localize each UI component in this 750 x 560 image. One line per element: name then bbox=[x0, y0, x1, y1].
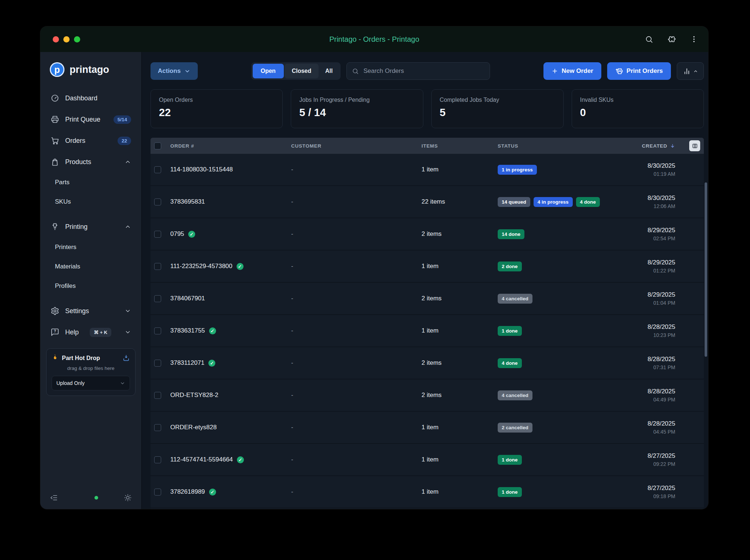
print-orders-button[interactable]: Print Orders bbox=[607, 62, 671, 80]
row-checkbox[interactable] bbox=[154, 392, 161, 399]
order-number: ORD-ETSY828-2 bbox=[170, 392, 218, 399]
row-checkbox[interactable] bbox=[154, 263, 161, 270]
table-row[interactable]: 3783695831 - 22 items 14 queued4 in prog… bbox=[151, 186, 704, 218]
row-checkbox[interactable] bbox=[154, 295, 161, 302]
search-orders-input[interactable] bbox=[363, 67, 484, 75]
sidebar-item-printing[interactable]: Printing bbox=[44, 216, 138, 237]
sidebar-item-dashboard[interactable]: Dashboard bbox=[44, 88, 138, 108]
sort-desc-icon bbox=[670, 143, 675, 149]
chevron-up-icon bbox=[125, 223, 131, 230]
created-date: 8/29/2025 bbox=[612, 291, 675, 298]
sidebar-item-profiles[interactable]: Profiles bbox=[44, 277, 138, 296]
sidebar-item-orders[interactable]: Orders 22 bbox=[44, 130, 138, 151]
new-order-label: New Order bbox=[562, 67, 593, 75]
status-badges: 1 done bbox=[495, 326, 612, 336]
column-header-order[interactable]: ORDER # bbox=[167, 143, 288, 149]
items-value: 1 item bbox=[419, 424, 495, 431]
row-checkbox[interactable] bbox=[154, 199, 161, 205]
sidebar-item-settings[interactable]: Settings bbox=[44, 301, 138, 321]
stat-card-completed-jobs: Completed Jobs Today 5 bbox=[431, 89, 564, 128]
hot-drop-slot-icon[interactable] bbox=[122, 354, 130, 362]
print-queue-icon bbox=[51, 115, 59, 124]
table-row[interactable]: ORD-ETSY828-2 - 2 items 4 cancelled 8/28… bbox=[151, 379, 704, 412]
created-time: 07:31 PM bbox=[612, 364, 675, 370]
table-row[interactable]: ORDER-etys828 - 1 item 2 cancelled 8/28/… bbox=[151, 412, 704, 444]
verified-icon: ✓ bbox=[237, 456, 244, 463]
verified-icon: ✓ bbox=[209, 489, 216, 496]
sidebar-item-skus[interactable]: SKUs bbox=[44, 192, 138, 211]
minimize-window-button[interactable] bbox=[63, 36, 70, 42]
new-order-button[interactable]: New Order bbox=[543, 62, 601, 80]
table-row[interactable]: 3782618989 ✓ - 1 item 1 done 8/27/2025 0… bbox=[151, 476, 704, 508]
stat-value: 5 bbox=[440, 107, 555, 119]
part-hot-drop-zone[interactable]: Part Hot Drop drag & drop files here Upl… bbox=[46, 348, 135, 396]
status-badges: 1 done bbox=[495, 487, 612, 497]
order-number: 0795 bbox=[170, 230, 184, 238]
created-time: 12:06 AM bbox=[612, 203, 675, 209]
hot-drop-mode-select[interactable]: Upload Only bbox=[52, 376, 130, 390]
columns-settings-button[interactable] bbox=[689, 140, 700, 151]
row-checkbox[interactable] bbox=[154, 166, 161, 173]
created-time: 02:54 PM bbox=[612, 236, 675, 241]
table-row[interactable]: 111-2232529-4573800 ✓ - 1 item 2 done 8/… bbox=[151, 251, 704, 283]
order-number: 3783112071 bbox=[170, 359, 204, 367]
sidebar-item-print-queue[interactable]: Print Queue 5/14 bbox=[44, 109, 138, 130]
theme-icon[interactable] bbox=[124, 494, 132, 502]
column-header-status[interactable]: STATUS bbox=[495, 143, 612, 149]
row-checkbox[interactable] bbox=[154, 489, 161, 496]
plus-icon bbox=[552, 68, 558, 74]
select-all-checkbox[interactable] bbox=[154, 142, 161, 149]
search-icon[interactable] bbox=[645, 35, 653, 44]
customer-value: - bbox=[288, 295, 419, 302]
order-number: 111-2232529-4573800 bbox=[170, 263, 233, 270]
window-menu-icon[interactable] bbox=[690, 35, 698, 43]
sidebar-item-materials[interactable]: Materials bbox=[44, 257, 138, 276]
brand-name: printago bbox=[70, 64, 109, 75]
row-checkbox[interactable] bbox=[154, 456, 161, 463]
chevron-down-icon bbox=[125, 329, 131, 335]
dashboard-icon bbox=[51, 94, 59, 103]
titlebar: Printago - Orders - Printago bbox=[40, 26, 708, 52]
column-header-items[interactable]: ITEMS bbox=[419, 143, 495, 149]
table-row[interactable]: 3784067901 - 2 items 4 cancelled 8/29/20… bbox=[151, 283, 704, 315]
order-filter-segmented-control: Open Closed All bbox=[251, 62, 341, 80]
filter-closed-tab[interactable]: Closed bbox=[285, 64, 319, 78]
filter-open-tab[interactable]: Open bbox=[253, 64, 284, 78]
status-badge: 14 queued bbox=[498, 197, 530, 207]
hot-drop-hint: drag & drop files here bbox=[52, 366, 130, 371]
column-header-customer[interactable]: CUSTOMER bbox=[288, 143, 419, 149]
row-checkbox[interactable] bbox=[154, 360, 161, 367]
sidebar-item-products[interactable]: Products bbox=[44, 152, 138, 172]
created-date: 8/28/2025 bbox=[612, 356, 675, 363]
sidebar-item-help[interactable]: ? Help ⌘ + K bbox=[44, 322, 138, 342]
customer-value: - bbox=[288, 263, 419, 270]
table-scrollbar[interactable] bbox=[705, 182, 707, 357]
table-row[interactable]: 0795 ✓ - 2 items 14 done 8/29/2025 02:54… bbox=[151, 218, 704, 251]
table-row[interactable]: 3783112071 ✓ - 2 items 4 done 8/28/2025 … bbox=[151, 347, 704, 379]
created-date: 8/28/2025 bbox=[612, 388, 675, 395]
close-window-button[interactable] bbox=[53, 36, 59, 42]
filter-all-tab[interactable]: All bbox=[319, 64, 339, 78]
zoom-window-button[interactable] bbox=[74, 36, 80, 42]
actions-button[interactable]: Actions bbox=[151, 62, 198, 80]
table-header: ORDER # CUSTOMER ITEMS STATUS CREATED bbox=[151, 138, 704, 154]
extensions-icon[interactable] bbox=[667, 35, 676, 44]
table-row[interactable]: 3783631755 ✓ - 1 item 1 done 8/28/2025 1… bbox=[151, 315, 704, 347]
row-checkbox[interactable] bbox=[154, 327, 161, 334]
status-badges: 14 done bbox=[495, 229, 612, 239]
customer-value: - bbox=[288, 456, 419, 463]
row-checkbox[interactable] bbox=[154, 424, 161, 431]
customer-value: - bbox=[288, 198, 419, 205]
table-row[interactable]: 114-1808030-1515448 - 1 item 1 in progre… bbox=[151, 154, 704, 186]
row-checkbox[interactable] bbox=[154, 231, 161, 238]
desktop: { "window": { "title": "Printago - Order… bbox=[0, 0, 750, 560]
created-date: 8/29/2025 bbox=[612, 259, 675, 266]
sidebar-item-parts[interactable]: Parts bbox=[44, 173, 138, 192]
status-badge: 14 done bbox=[498, 229, 524, 239]
table-row[interactable]: 112-4574741-5594664 ✓ - 1 item 1 done 8/… bbox=[151, 444, 704, 476]
status-badges: 1 done bbox=[495, 455, 612, 465]
created-time: 10:23 PM bbox=[612, 332, 675, 338]
sidebar-item-printers[interactable]: Printers bbox=[44, 238, 138, 257]
stats-toggle-button[interactable] bbox=[677, 62, 704, 80]
collapse-sidebar-icon[interactable] bbox=[50, 494, 58, 502]
